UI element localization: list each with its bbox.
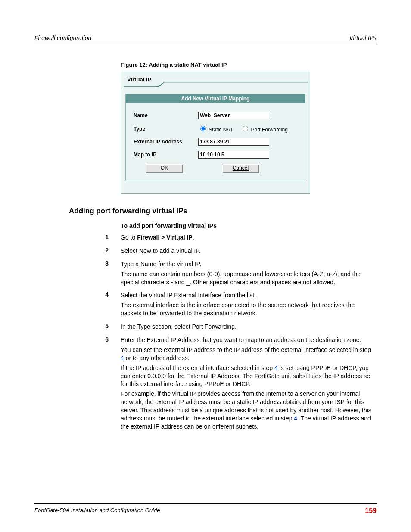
- step-link-4[interactable]: 4: [294, 415, 297, 422]
- step-number: 2: [34, 247, 121, 257]
- label-type: Type: [134, 126, 198, 132]
- footer-title: FortiGate-50A Installation and Configura…: [34, 507, 160, 515]
- step-text: The external interface is the interface …: [121, 301, 372, 317]
- cancel-button[interactable]: Cancel: [222, 164, 259, 173]
- step-number: 1: [34, 233, 121, 243]
- step-5: 5 In the Type section, select Port Forwa…: [34, 323, 377, 333]
- step-link-4[interactable]: 4: [121, 355, 124, 361]
- step-number: 5: [34, 323, 121, 333]
- step-text: Type a Name for the virtual IP.: [121, 260, 372, 268]
- radio-port-fwd-input[interactable]: [243, 126, 248, 131]
- figure-box: Virtual IP Add New Virtual IP Mapping Na…: [121, 72, 310, 194]
- page-number: 159: [365, 507, 377, 515]
- step-text: Select the virtual IP External Interface…: [121, 291, 372, 299]
- step-1: 1 Go to Firewall > Virtual IP.: [34, 233, 377, 243]
- tab-virtual-ip[interactable]: Virtual IP: [125, 75, 154, 84]
- figure-container: Virtual IP Add New Virtual IP Mapping Na…: [121, 72, 310, 194]
- header-left: Firewall configuration: [34, 34, 91, 41]
- step-text: You can set the external IP address to t…: [121, 346, 371, 353]
- section-heading: Adding port forwarding virtual IPs: [69, 207, 377, 215]
- step-text: Go to: [121, 234, 137, 241]
- step-text: If the IP address of the external interf…: [121, 364, 274, 371]
- step-4: 4 Select the virtual IP External Interfa…: [34, 291, 377, 319]
- step-text: Enter the External IP Address that you w…: [121, 336, 372, 344]
- step-text: .: [193, 234, 194, 241]
- radio-static-nat-input[interactable]: [200, 126, 206, 131]
- page-footer: FortiGate-50A Installation and Configura…: [34, 503, 377, 515]
- label-external-ip: External IP Address: [134, 139, 198, 145]
- radio-static-nat[interactable]: Static NAT: [198, 127, 233, 133]
- step-2: 2 Select New to add a virtual IP.: [34, 247, 377, 257]
- ok-button[interactable]: OK: [146, 164, 183, 173]
- radio-port-fwd-label: Port Forwarding: [251, 127, 288, 133]
- header-right: Virtual IPs: [349, 34, 377, 41]
- step-text: or to any other address.: [124, 355, 190, 361]
- procedure-heading: To add port forwarding virtual IPs: [121, 222, 377, 229]
- virtual-ip-form: Add New Virtual IP Mapping Name Type Sta…: [125, 94, 305, 180]
- page-header: Firewall configuration Virtual IPs: [34, 34, 377, 44]
- form-header: Add New Virtual IP Mapping: [126, 94, 305, 103]
- step-text: In the Type section, select Port Forward…: [121, 323, 372, 331]
- external-ip-input[interactable]: [198, 138, 269, 146]
- figure-caption: Figure 12: Adding a static NAT virtual I…: [121, 62, 377, 68]
- nav-path: Firewall > Virtual IP: [137, 234, 193, 241]
- step-6: 6 Enter the External IP Address that you…: [34, 336, 377, 432]
- step-text: The name can contain numbers (0-9), uppe…: [121, 270, 372, 286]
- map-to-ip-input[interactable]: [198, 151, 269, 159]
- radio-port-forwarding[interactable]: Port Forwarding: [240, 127, 288, 133]
- step-link-4[interactable]: 4: [274, 364, 278, 371]
- step-number: 4: [34, 291, 121, 319]
- radio-static-nat-label: Static NAT: [209, 127, 233, 133]
- step-number: 3: [34, 260, 121, 288]
- step-number: 6: [34, 336, 121, 432]
- step-text: Select New to add a virtual IP.: [121, 247, 372, 255]
- label-map-to-ip: Map to IP: [134, 152, 198, 158]
- name-input[interactable]: [198, 112, 269, 119]
- label-name: Name: [134, 112, 198, 118]
- step-3: 3 Type a Name for the virtual IP. The na…: [34, 260, 377, 288]
